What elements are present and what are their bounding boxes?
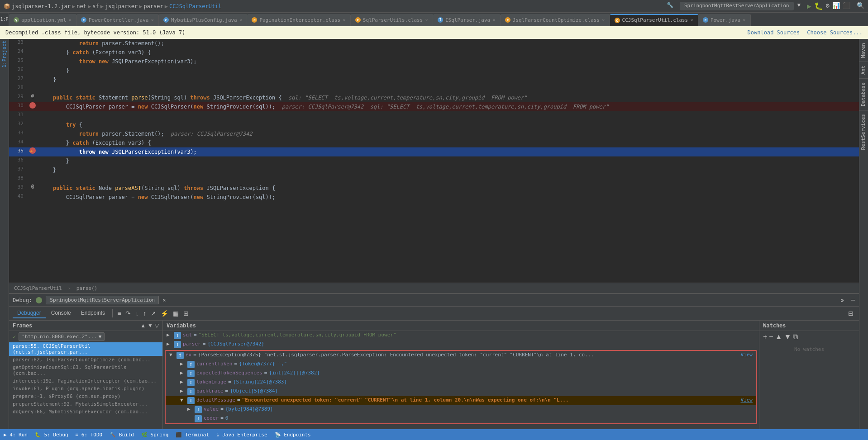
step-into-btn[interactable]: ↓ — [134, 309, 140, 318]
var-row-coder[interactable]: ▶ f coder = 0 — [166, 414, 756, 423]
close-icon[interactable]: × — [68, 17, 72, 23]
thread-dropdown[interactable]: "http-nio-8080-exec-2"... ▼ — [19, 332, 105, 341]
code-line-33: 33 return parser.Statement(); parser: CC… — [9, 129, 859, 138]
search-button[interactable]: 🔍 — [857, 2, 864, 10]
watches-add-btn[interactable]: + — [763, 333, 767, 341]
tab-power-java[interactable]: c Power.java × — [698, 14, 751, 26]
console-tab[interactable]: Console — [47, 308, 76, 318]
choose-sources-link[interactable]: Choose Sources... — [807, 29, 863, 36]
close-icon[interactable]: × — [602, 17, 605, 23]
split-panel-btn[interactable]: ⊟ — [846, 309, 855, 318]
close-icon[interactable]: × — [343, 17, 346, 23]
frame-item-1[interactable]: parser:82, JsqlParserCountOptimize (com.… — [9, 356, 162, 364]
status-java-enterprise[interactable]: ☕ Java Enterprise — [216, 432, 267, 438]
status-bar: ▶ 4: Run 🐛 5: Debug ≡ 6: TODO 🔨 Build 🌿 … — [0, 429, 868, 440]
debug-button[interactable]: 🐛 — [814, 2, 823, 10]
tab-icon: c — [615, 18, 620, 23]
code-line-38: 38 — [9, 175, 859, 184]
close-icon[interactable]: × — [690, 17, 693, 23]
var-row-sql[interactable]: ▶ f sql = "SELECT ts,voltage,current,tem… — [163, 331, 759, 340]
status-debug[interactable]: 🐛 5: Debug — [35, 432, 68, 438]
debugger-tab[interactable]: Debugger — [13, 308, 46, 318]
settings-icon[interactable]: ⚙ — [840, 297, 844, 303]
tab-pagination[interactable]: c PaginationInterceptor.class × — [247, 14, 350, 26]
code-line-27: 27 } — [9, 75, 859, 84]
frame-item-7[interactable]: doQuery:66, MybatisSimpleExecutor (com.b… — [9, 408, 162, 416]
close-icon[interactable]: × — [492, 17, 496, 23]
var-icon-parser: f — [174, 341, 181, 348]
var-icon-value: f — [195, 406, 202, 413]
view-link-detailMessage[interactable]: View — [741, 397, 753, 403]
endpoints-tab[interactable]: Endpoints — [76, 308, 110, 318]
step-over-btn[interactable]: ↷ — [124, 309, 133, 318]
variables-header: Variables — [163, 321, 759, 331]
tab-ccjsql-parser-util[interactable]: c CCJSqlParserUtil.class × — [610, 14, 698, 26]
close-icon[interactable]: × — [239, 17, 243, 23]
frames-down-btn[interactable]: ▼ — [148, 322, 153, 329]
frame-item-5[interactable]: prepare:-1, $Proxy86 (com.sun.proxy) — [9, 393, 162, 400]
debug-session-icon — [36, 297, 42, 303]
var-row-expectedTokenSequences[interactable]: ▶ f expectedTokenSequences = {int[242][]… — [166, 369, 756, 378]
tab-jsqlparser-count[interactable]: c JsqlParserCountOptimize.class × — [501, 14, 610, 26]
var-row-detailMessage[interactable]: ▼ f detailMessage = "Encountered unexpec… — [166, 396, 756, 405]
var-row-parser[interactable]: ▶ f parser = {CCJSqlParser@7342} — [163, 340, 759, 349]
status-todo[interactable]: ≡ 6: TODO — [76, 432, 103, 438]
tab-mybatis-config[interactable]: c MybatisPlusConfig.java × — [159, 14, 247, 26]
minimize-debug-icon[interactable]: − — [851, 296, 855, 304]
sidebar-tab-maven[interactable]: Maven — [859, 39, 868, 62]
status-terminal[interactable]: ⬛ Terminal — [176, 432, 209, 438]
status-endpoints[interactable]: 📡 Endpoints — [275, 432, 311, 438]
editor-area[interactable]: 23 return parser.Statement(); 24 } catch… — [9, 39, 859, 283]
status-build[interactable]: 🔨 Build — [110, 432, 134, 438]
run-button[interactable]: ▶ — [807, 2, 811, 10]
tab-power-controller[interactable]: c PowerController.java × — [76, 14, 159, 26]
code-line-25: 25 throw new JSQLParserException(var3); — [9, 57, 859, 66]
sidebar-tab-ant[interactable]: Ant — [859, 62, 868, 78]
sidebar-tab-restservices[interactable]: RestServices — [859, 110, 868, 153]
sidebar-tab-database[interactable]: Database — [859, 78, 868, 110]
frame-item-3[interactable]: intercept:192, PaginationInterceptor (co… — [9, 377, 162, 385]
close-icon[interactable]: × — [743, 17, 746, 23]
status-spring[interactable]: 🌿 Spring — [141, 432, 168, 438]
stop-button[interactable]: ⬛ — [843, 2, 850, 10]
watches-down-btn[interactable]: ▼ — [784, 333, 792, 341]
watches-copy-btn[interactable]: ⧉ — [793, 333, 798, 341]
evaluate-btn[interactable]: ⚡ — [159, 309, 170, 318]
coverage-button[interactable]: ⚙ — [826, 2, 830, 10]
frames-btn[interactable]: ▦ — [171, 309, 181, 318]
close-icon[interactable]: × — [425, 17, 428, 23]
tab-isql-parser[interactable]: I ISqlParser.java × — [433, 14, 501, 26]
title-actions: 🔧 SpringbootMqttRestServerApplication ▼ … — [667, 2, 864, 10]
frames-filter-btn[interactable]: ▽ — [155, 322, 159, 329]
download-sources-link[interactable]: Download Sources — [748, 29, 800, 36]
view-link-ex[interactable]: View — [741, 352, 753, 358]
frame-item-6[interactable]: prepareStatement:92, MybatisSimpleExecut… — [9, 400, 162, 408]
tab-sql-parser-utils[interactable]: c SqlParserUtils.class × — [351, 14, 433, 26]
close-session-icon[interactable]: × — [162, 297, 166, 303]
close-icon[interactable]: × — [151, 17, 154, 23]
var-row-ex[interactable]: ▼ f ex = {ParseException@7375} "net.sf.j… — [166, 351, 756, 360]
frames-up-btn[interactable]: ▲ — [140, 322, 146, 329]
settings-btn[interactable]: ⊞ — [181, 309, 191, 318]
project-icon: 1:P — [0, 13, 9, 26]
var-row-tokenImage[interactable]: ▶ f tokenImage = {String[224]@7383} — [166, 378, 756, 387]
profile-button[interactable]: 📊 — [832, 2, 840, 10]
tab-application-yml[interactable]: y application.yml × — [9, 14, 76, 26]
run-to-cursor-btn[interactable]: ↗ — [149, 309, 158, 318]
thread-selector[interactable]: ✓ "http-nio-8080-exec-2"... ▼ — [9, 331, 162, 342]
var-row-currentToken[interactable]: ▶ f currentToken = {Token@7377} "," — [166, 360, 756, 369]
watches-up-btn[interactable]: ▲ — [775, 333, 782, 341]
var-row-value[interactable]: ▶ f value = {byte[984]@7389} — [166, 405, 756, 414]
frame-item-4[interactable]: invoke:61, Plugin (org.apache.ibatis.plu… — [9, 385, 162, 393]
watches-remove-btn[interactable]: − — [769, 333, 773, 341]
project-panel-btn[interactable]: 1:Project — [1, 41, 7, 68]
frame-item-2[interactable]: getOptimizeCountSql:63, SqlParserUtils (… — [9, 364, 162, 377]
breakpoint-30[interactable] — [29, 102, 36, 109]
code-line-24: 24 } catch (Exception var3) { — [9, 48, 859, 57]
var-row-backtrace[interactable]: ▶ f backtrace = {Object[5]@7384} — [166, 387, 756, 396]
status-run[interactable]: ▶ 4: Run — [4, 432, 28, 438]
show-all-frames-btn[interactable]: ≡ — [115, 309, 123, 318]
session-selector[interactable]: SpringbootMqttRestServerApplication — [46, 296, 159, 304]
step-out-btn[interactable]: ↑ — [141, 309, 148, 318]
frame-item-0[interactable]: parse:55, CCJSqlParserUtil (net.sf.jsqlp… — [9, 342, 162, 356]
